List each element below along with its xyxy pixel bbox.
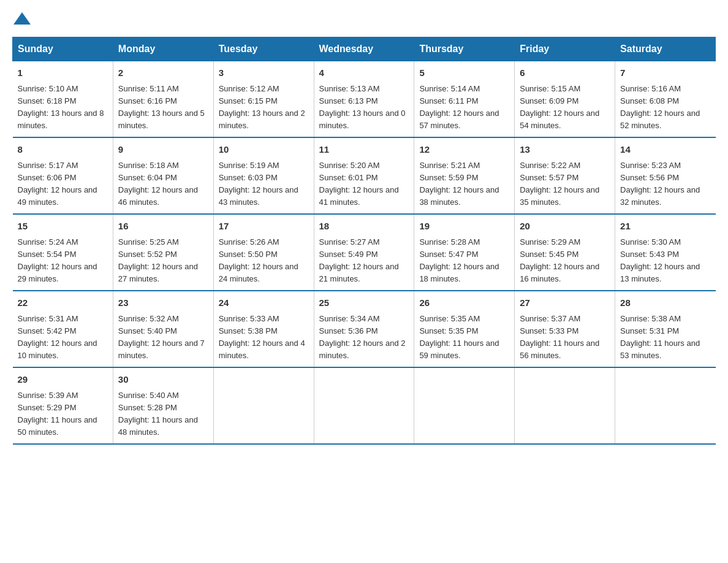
- calendar-day-cell: 12Sunrise: 5:21 AMSunset: 5:59 PMDayligh…: [414, 137, 515, 214]
- day-number: 24: [219, 296, 309, 310]
- day-info: Sunrise: 5:21 AMSunset: 5:59 PMDaylight:…: [419, 159, 509, 209]
- day-number: 25: [319, 296, 409, 310]
- day-number: 26: [419, 296, 509, 310]
- calendar-day-cell: 15Sunrise: 5:24 AMSunset: 5:54 PMDayligh…: [13, 214, 113, 291]
- logo-triangle-icon: [13, 12, 31, 25]
- day-number: 20: [520, 220, 610, 234]
- day-info: Sunrise: 5:13 AMSunset: 6:13 PMDaylight:…: [319, 83, 409, 132]
- day-number: 4: [319, 66, 409, 80]
- day-number: 22: [18, 296, 108, 310]
- calendar-week-row: 22Sunrise: 5:31 AMSunset: 5:42 PMDayligh…: [13, 291, 716, 367]
- calendar-day-cell: 5Sunrise: 5:14 AMSunset: 6:11 PMDaylight…: [414, 61, 515, 138]
- calendar-day-cell: 24Sunrise: 5:33 AMSunset: 5:38 PMDayligh…: [213, 291, 314, 367]
- calendar-week-row: 29Sunrise: 5:39 AMSunset: 5:29 PMDayligh…: [13, 367, 716, 444]
- calendar-day-cell: 7Sunrise: 5:16 AMSunset: 6:08 PMDaylight…: [615, 61, 716, 138]
- calendar-day-cell: 28Sunrise: 5:38 AMSunset: 5:31 PMDayligh…: [615, 291, 716, 367]
- calendar-day-cell: 9Sunrise: 5:18 AMSunset: 6:04 PMDaylight…: [113, 137, 213, 214]
- day-number: 7: [620, 66, 710, 80]
- col-tuesday: Tuesday: [213, 37, 314, 61]
- day-info: Sunrise: 5:37 AMSunset: 5:33 PMDaylight:…: [520, 313, 610, 362]
- day-info: Sunrise: 5:23 AMSunset: 5:56 PMDaylight:…: [620, 159, 710, 209]
- day-number: 8: [18, 143, 108, 157]
- calendar-day-cell: 26Sunrise: 5:35 AMSunset: 5:35 PMDayligh…: [414, 291, 515, 367]
- day-info: Sunrise: 5:24 AMSunset: 5:54 PMDaylight:…: [18, 236, 108, 286]
- calendar-day-cell: [615, 367, 716, 444]
- day-number: 19: [419, 220, 509, 234]
- day-number: 1: [18, 66, 108, 80]
- day-number: 16: [118, 220, 208, 234]
- calendar-day-cell: 21Sunrise: 5:30 AMSunset: 5:43 PMDayligh…: [615, 214, 716, 291]
- day-number: 6: [520, 66, 610, 80]
- day-info: Sunrise: 5:29 AMSunset: 5:45 PMDaylight:…: [520, 236, 610, 286]
- day-number: 3: [219, 66, 309, 80]
- calendar-day-cell: 22Sunrise: 5:31 AMSunset: 5:42 PMDayligh…: [13, 291, 113, 367]
- calendar-day-cell: 17Sunrise: 5:26 AMSunset: 5:50 PMDayligh…: [213, 214, 314, 291]
- day-info: Sunrise: 5:18 AMSunset: 6:04 PMDaylight:…: [118, 159, 208, 209]
- day-info: Sunrise: 5:12 AMSunset: 6:15 PMDaylight:…: [219, 83, 309, 132]
- day-info: Sunrise: 5:38 AMSunset: 5:31 PMDaylight:…: [620, 313, 710, 362]
- calendar-day-cell: 16Sunrise: 5:25 AMSunset: 5:52 PMDayligh…: [113, 214, 213, 291]
- calendar-day-cell: 20Sunrise: 5:29 AMSunset: 5:45 PMDayligh…: [515, 214, 615, 291]
- calendar-day-cell: 2Sunrise: 5:11 AMSunset: 6:16 PMDaylight…: [113, 61, 213, 138]
- day-info: Sunrise: 5:11 AMSunset: 6:16 PMDaylight:…: [118, 83, 208, 132]
- day-info: Sunrise: 5:19 AMSunset: 6:03 PMDaylight:…: [219, 159, 309, 209]
- day-info: Sunrise: 5:31 AMSunset: 5:42 PMDaylight:…: [18, 313, 108, 362]
- calendar-day-cell: 14Sunrise: 5:23 AMSunset: 5:56 PMDayligh…: [615, 137, 716, 214]
- day-number: 18: [319, 220, 409, 234]
- calendar-day-cell: 30Sunrise: 5:40 AMSunset: 5:28 PMDayligh…: [113, 367, 213, 444]
- calendar-day-cell: [213, 367, 314, 444]
- day-info: Sunrise: 5:26 AMSunset: 5:50 PMDaylight:…: [219, 236, 309, 286]
- calendar-table: Sunday Monday Tuesday Wednesday Thursday…: [12, 37, 716, 445]
- day-number: 5: [419, 66, 509, 80]
- day-info: Sunrise: 5:15 AMSunset: 6:09 PMDaylight:…: [520, 83, 610, 132]
- calendar-day-cell: 18Sunrise: 5:27 AMSunset: 5:49 PMDayligh…: [314, 214, 414, 291]
- calendar-day-cell: 13Sunrise: 5:22 AMSunset: 5:57 PMDayligh…: [515, 137, 615, 214]
- day-info: Sunrise: 5:40 AMSunset: 5:28 PMDaylight:…: [118, 389, 208, 439]
- calendar-day-cell: 11Sunrise: 5:20 AMSunset: 6:01 PMDayligh…: [314, 137, 414, 214]
- calendar-day-cell: 3Sunrise: 5:12 AMSunset: 6:15 PMDaylight…: [213, 61, 314, 138]
- day-info: Sunrise: 5:16 AMSunset: 6:08 PMDaylight:…: [620, 83, 710, 132]
- col-thursday: Thursday: [414, 37, 515, 61]
- calendar-day-cell: 29Sunrise: 5:39 AMSunset: 5:29 PMDayligh…: [13, 367, 113, 444]
- calendar-header-row: Sunday Monday Tuesday Wednesday Thursday…: [13, 37, 716, 61]
- day-number: 14: [620, 143, 710, 157]
- day-info: Sunrise: 5:27 AMSunset: 5:49 PMDaylight:…: [319, 236, 409, 286]
- col-friday: Friday: [515, 37, 615, 61]
- col-monday: Monday: [113, 37, 213, 61]
- day-number: 23: [118, 296, 208, 310]
- calendar-day-cell: 19Sunrise: 5:28 AMSunset: 5:47 PMDayligh…: [414, 214, 515, 291]
- day-info: Sunrise: 5:32 AMSunset: 5:40 PMDaylight:…: [118, 313, 208, 362]
- day-number: 10: [219, 143, 309, 157]
- day-number: 2: [118, 66, 208, 80]
- day-info: Sunrise: 5:35 AMSunset: 5:35 PMDaylight:…: [419, 313, 509, 362]
- day-number: 28: [620, 296, 710, 310]
- col-saturday: Saturday: [615, 37, 716, 61]
- day-info: Sunrise: 5:34 AMSunset: 5:36 PMDaylight:…: [319, 313, 409, 362]
- calendar-week-row: 1Sunrise: 5:10 AMSunset: 6:18 PMDaylight…: [13, 61, 716, 138]
- calendar-day-cell: 4Sunrise: 5:13 AMSunset: 6:13 PMDaylight…: [314, 61, 414, 138]
- calendar-day-cell: [515, 367, 615, 444]
- day-number: 27: [520, 296, 610, 310]
- day-number: 9: [118, 143, 208, 157]
- day-info: Sunrise: 5:30 AMSunset: 5:43 PMDaylight:…: [620, 236, 710, 286]
- day-number: 17: [219, 220, 309, 234]
- calendar-day-cell: 1Sunrise: 5:10 AMSunset: 6:18 PMDaylight…: [13, 61, 113, 138]
- calendar-day-cell: 27Sunrise: 5:37 AMSunset: 5:33 PMDayligh…: [515, 291, 615, 367]
- calendar-day-cell: [314, 367, 414, 444]
- logo: [12, 12, 31, 25]
- day-number: 13: [520, 143, 610, 157]
- day-info: Sunrise: 5:10 AMSunset: 6:18 PMDaylight:…: [18, 83, 108, 132]
- col-wednesday: Wednesday: [314, 37, 414, 61]
- day-number: 15: [18, 220, 108, 234]
- day-number: 29: [18, 373, 108, 387]
- day-info: Sunrise: 5:33 AMSunset: 5:38 PMDaylight:…: [219, 313, 309, 362]
- day-info: Sunrise: 5:17 AMSunset: 6:06 PMDaylight:…: [18, 159, 108, 209]
- calendar-day-cell: 8Sunrise: 5:17 AMSunset: 6:06 PMDaylight…: [13, 137, 113, 214]
- day-number: 12: [419, 143, 509, 157]
- day-info: Sunrise: 5:25 AMSunset: 5:52 PMDaylight:…: [118, 236, 208, 286]
- calendar-week-row: 8Sunrise: 5:17 AMSunset: 6:06 PMDaylight…: [13, 137, 716, 214]
- calendar-week-row: 15Sunrise: 5:24 AMSunset: 5:54 PMDayligh…: [13, 214, 716, 291]
- calendar-day-cell: [414, 367, 515, 444]
- day-info: Sunrise: 5:22 AMSunset: 5:57 PMDaylight:…: [520, 159, 610, 209]
- day-info: Sunrise: 5:14 AMSunset: 6:11 PMDaylight:…: [419, 83, 509, 132]
